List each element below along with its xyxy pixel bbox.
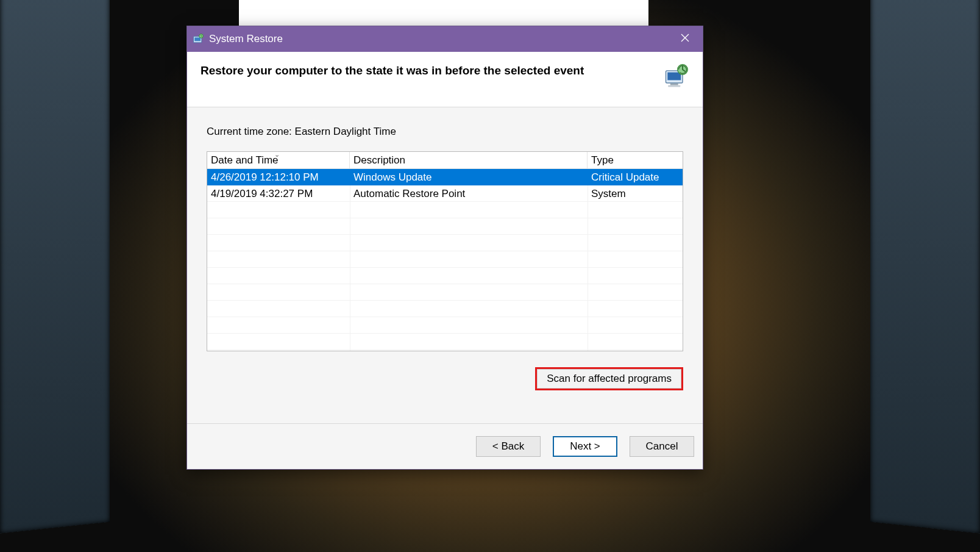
column-header-label: Type — [591, 154, 614, 167]
header-pane: Restore your computer to the state it wa… — [187, 52, 703, 107]
cancel-button[interactable]: Cancel — [630, 436, 694, 457]
system-restore-dialog: System Restore Restore your computer to … — [186, 26, 703, 470]
desktop-background: System Restore Restore your computer to … — [0, 0, 980, 552]
table-body: 4/26/2019 12:12:10 PM Windows Update Cri… — [207, 169, 683, 351]
column-header-description[interactable]: Description — [350, 152, 588, 169]
next-button[interactable]: Next > — [553, 436, 617, 457]
close-icon — [681, 33, 689, 45]
svg-rect-1 — [194, 38, 201, 41]
svg-rect-6 — [668, 85, 680, 87]
button-label: Cancel — [646, 440, 678, 453]
column-header-date[interactable]: Date and Time ⌄ — [207, 152, 350, 169]
button-label: < Back — [492, 440, 524, 453]
system-restore-icon — [192, 33, 204, 45]
table-row[interactable]: 4/19/2019 4:32:27 PM Automatic Restore P… — [207, 185, 683, 202]
table-header: Date and Time ⌄ Description Type — [207, 152, 683, 169]
titlebar[interactable]: System Restore — [187, 26, 703, 52]
timezone-label: Current time zone: Eastern Daylight Time — [207, 126, 683, 138]
sort-indicator-icon: ⌄ — [274, 151, 280, 159]
page-heading: Restore your computer to the state it wa… — [201, 63, 656, 79]
window-title: System Restore — [209, 33, 671, 45]
cell-description: Automatic Restore Point — [350, 188, 588, 200]
cell-type: Critical Update — [588, 171, 683, 184]
column-header-label: Date and Time — [211, 154, 279, 167]
column-header-type[interactable]: Type — [588, 152, 683, 169]
column-header-label: Description — [353, 154, 405, 167]
cell-type: System — [588, 188, 683, 200]
restore-computer-icon — [662, 63, 689, 90]
background-window-strip — [239, 0, 648, 26]
table-row[interactable]: 4/26/2019 12:12:10 PM Windows Update Cri… — [207, 169, 683, 185]
cell-date: 4/26/2019 12:12:10 PM — [207, 171, 350, 184]
footer-pane: < Back Next > Cancel — [187, 423, 703, 469]
back-button[interactable]: < Back — [476, 436, 541, 457]
scan-affected-programs-button[interactable]: Scan for affected programs — [535, 367, 683, 390]
button-label: Scan for affected programs — [547, 373, 672, 384]
cell-description: Windows Update — [350, 171, 588, 184]
button-label: Next > — [570, 440, 600, 453]
body-pane: Current time zone: Eastern Daylight Time… — [187, 107, 703, 423]
close-button[interactable] — [671, 26, 699, 52]
restore-points-table[interactable]: Date and Time ⌄ Description Type 4/26/20… — [207, 151, 683, 351]
svg-rect-5 — [670, 84, 678, 85]
cell-date: 4/19/2019 4:32:27 PM — [207, 188, 350, 200]
